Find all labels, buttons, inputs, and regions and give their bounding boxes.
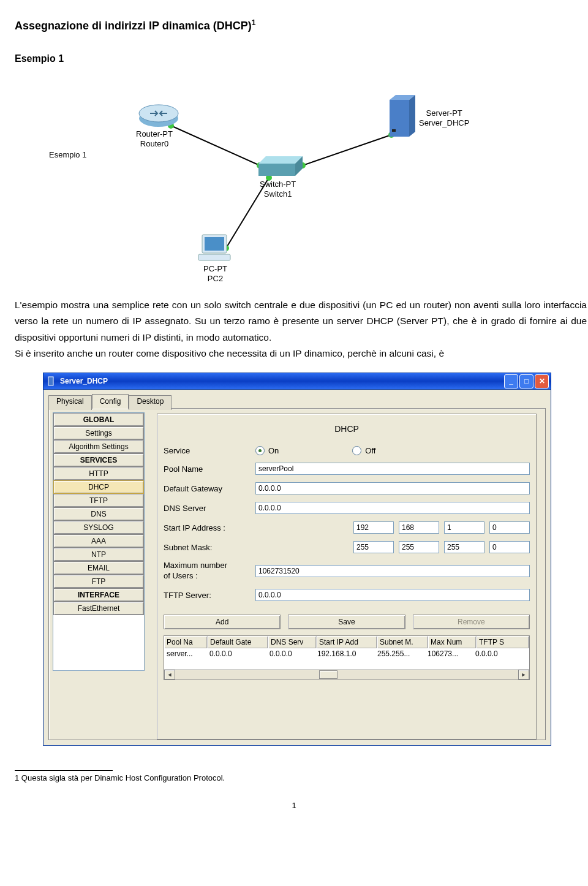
save-button[interactable]: Save <box>288 615 405 629</box>
server-label: Server-PTServer_DHCP <box>419 108 469 127</box>
add-button[interactable]: Add <box>164 615 281 629</box>
tab-desktop[interactable]: Desktop <box>129 395 172 410</box>
nav-ftp[interactable]: FTP <box>53 575 144 588</box>
subnet-label: Subnet Mask: <box>164 543 353 552</box>
router-label: Router-PTRouter0 <box>136 129 173 148</box>
col-tftp[interactable]: TFTP S <box>477 636 529 648</box>
subnet-2[interactable] <box>399 541 439 553</box>
pc-label: PC-PTPC2 <box>203 264 227 283</box>
nav-http[interactable]: HTTP <box>53 467 144 480</box>
nav-ntp[interactable]: NTP <box>53 548 144 561</box>
table-row[interactable]: server... 0.0.0.0 0.0.0.0 192.168.1.0 25… <box>164 648 529 659</box>
tab-physical[interactable]: Physical <box>48 395 92 410</box>
startip-label: Start IP Address : <box>164 523 353 532</box>
maxusers-input[interactable] <box>255 565 530 577</box>
tabs: Physical Config Desktop <box>43 390 551 408</box>
nav-syslog[interactable]: SYSLOG <box>53 521 144 534</box>
close-button[interactable]: ✕ <box>535 374 549 388</box>
subnet-4[interactable] <box>489 541 530 553</box>
svg-point-10 <box>139 105 178 122</box>
diagram-label-esempio: Esempio 1 <box>49 150 86 160</box>
tftp-label: TFTP Server: <box>164 591 255 600</box>
nav-dns[interactable]: DNS <box>53 507 144 521</box>
nav-global[interactable]: GLOBAL <box>53 413 144 426</box>
horizontal-scrollbar[interactable]: ◄ ► <box>164 669 529 680</box>
col-subnet[interactable]: Subnet M. <box>377 636 428 648</box>
poolname-input[interactable] <box>255 463 530 475</box>
network-diagram: Esempio 1 Router-PTRouter0 Switch-PTSwit… <box>15 70 573 297</box>
startip-2[interactable] <box>399 521 439 534</box>
nav-settings[interactable]: Settings <box>53 426 144 440</box>
subnet-1[interactable] <box>353 541 394 553</box>
service-off-radio[interactable]: Off <box>352 446 375 455</box>
nav-services[interactable]: SERVICES <box>53 453 144 467</box>
footnote: 1 Questa sigla stà per Dinamic Host Conf… <box>0 773 588 782</box>
col-gateway[interactable]: Default Gate <box>208 636 268 648</box>
app-icon <box>47 376 57 386</box>
scroll-thumb[interactable] <box>319 670 337 679</box>
svg-rect-14 <box>205 237 224 251</box>
pool-table: Pool Na Default Gate DNS Serv Start IP A… <box>164 635 530 680</box>
poolname-label: Pool Name <box>164 464 255 474</box>
nav-dhcp[interactable]: DHCP <box>53 480 144 494</box>
gateway-label: Default Gateway <box>164 484 255 493</box>
maxusers-label: Maximum number of Users : <box>164 561 231 581</box>
nav-aaa[interactable]: AAA <box>53 534 144 548</box>
page-number: 1 <box>0 801 588 810</box>
scroll-right-icon[interactable]: ► <box>518 670 529 680</box>
svg-line-1 <box>303 135 391 165</box>
maximize-button[interactable]: □ <box>519 374 533 388</box>
nav-email[interactable]: EMAIL <box>53 561 144 575</box>
dns-label: DNS Server <box>164 504 255 513</box>
tftp-input[interactable] <box>255 589 530 601</box>
remove-button[interactable]: Remove <box>413 615 530 629</box>
col-poolname[interactable]: Pool Na <box>164 636 208 648</box>
col-maxnum[interactable]: Max Num <box>428 636 477 648</box>
nav-fastethernet[interactable]: FastEthernet <box>53 602 144 615</box>
paragraph-2: Si è inserito anche un router come dispo… <box>0 346 588 362</box>
nav-tftp[interactable]: TFTP <box>53 494 144 507</box>
server-dhcp-window: Server_DHCP _ □ ✕ Physical Config Deskto… <box>43 373 551 746</box>
left-nav: GLOBAL Settings Algorithm Settings SERVI… <box>49 409 148 740</box>
footnote-separator <box>15 770 113 771</box>
page-title: Assegnazione di indirizzi IP dinamica (D… <box>0 18 588 32</box>
gateway-input[interactable] <box>255 482 530 494</box>
startip-4[interactable] <box>489 521 530 534</box>
subnet-3[interactable] <box>444 541 484 553</box>
subtitle: Esempio 1 <box>0 53 588 64</box>
nav-algorithm-settings[interactable]: Algorithm Settings <box>53 440 144 453</box>
svg-rect-12 <box>392 129 396 132</box>
startip-1[interactable] <box>353 521 394 534</box>
service-label: Service <box>164 446 255 455</box>
svg-rect-16 <box>48 377 53 385</box>
titlebar[interactable]: Server_DHCP _ □ ✕ <box>43 373 551 390</box>
scroll-left-icon[interactable]: ◄ <box>164 670 175 680</box>
startip-3[interactable] <box>444 521 484 534</box>
paragraph-1: L'esempio mostra una semplice rete con u… <box>0 297 588 346</box>
panel-title: DHCP <box>164 414 530 446</box>
col-startip[interactable]: Start IP Add <box>317 636 377 648</box>
col-dns[interactable]: DNS Serv <box>268 636 317 648</box>
service-on-radio[interactable]: On <box>255 446 279 455</box>
svg-line-0 <box>171 126 260 165</box>
tab-config[interactable]: Config <box>92 394 129 409</box>
minimize-button[interactable]: _ <box>504 374 518 388</box>
window-title: Server_DHCP <box>60 377 108 385</box>
nav-interface[interactable]: INTERFACE <box>53 588 144 602</box>
switch-label: Switch-PTSwitch1 <box>260 180 296 199</box>
dns-input[interactable] <box>255 502 530 514</box>
svg-rect-15 <box>198 254 230 260</box>
